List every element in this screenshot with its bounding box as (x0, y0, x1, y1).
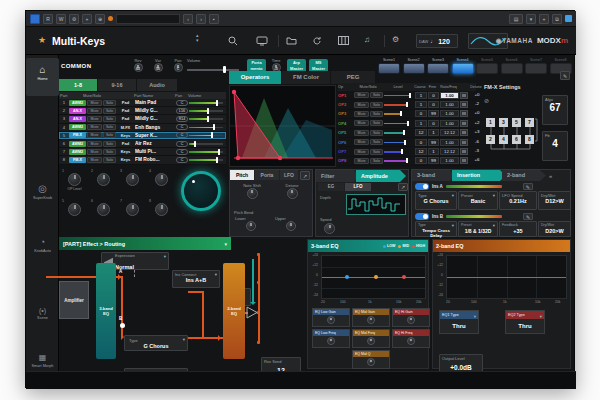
solo-button[interactable]: Solo (103, 149, 116, 155)
op-fine-value[interactable]: 0 (428, 92, 439, 99)
eq3-graph[interactable] (321, 255, 426, 299)
scene-pad[interactable] (378, 63, 400, 74)
op-coarse-value[interactable]: 0 (415, 157, 427, 164)
assignable-knob[interactable] (126, 203, 139, 216)
pitch-bend-upper[interactable]: Upper (273, 216, 311, 236)
gear-icon[interactable]: ⚙ (69, 14, 79, 24)
eq3-routing-block[interactable]: 3-band EQ (96, 263, 116, 359)
op-ratio-value[interactable]: 1.00 (440, 157, 459, 164)
jump-icon[interactable]: ↗ (300, 171, 310, 180)
part-row[interactable]: 8 FM-X Mute Solo Keys FM Robo... C (59, 156, 226, 164)
op-display-badge[interactable] (460, 129, 468, 136)
mute-button[interactable]: Mute (87, 149, 102, 155)
part-name[interactable]: Super K... (135, 133, 175, 138)
op-coarse-value[interactable]: 0 (415, 110, 427, 117)
ins-b-drywet[interactable]: Dry/WetD20>W (538, 221, 571, 237)
op-solo-button[interactable]: Solo (370, 139, 383, 145)
assignable-knob[interactable] (155, 203, 168, 216)
part-row[interactable]: 4 AWM2 Mute Solo M.FX Enh Bangs C (59, 124, 226, 132)
algorithm-box[interactable]: Algo 67 (542, 95, 568, 125)
assignable-knob[interactable] (155, 173, 168, 186)
eq-knob[interactable] (327, 337, 335, 345)
mute-button[interactable]: Mute (87, 124, 102, 130)
assignable-knob[interactable] (97, 173, 110, 186)
op-mute-button[interactable]: Mute (354, 120, 369, 126)
op-solo-button[interactable]: Solo (370, 130, 383, 136)
pan-knob[interactable]: C (176, 132, 188, 138)
operator-row[interactable]: OP4 Mute Solo 1 0 1.00 +2 (338, 119, 476, 128)
eq-knob-box[interactable]: EQ Mid Freq (352, 329, 390, 348)
eq-knob[interactable] (367, 358, 375, 366)
solo-button[interactable]: Solo (103, 132, 116, 138)
tab-3band[interactable]: 3-band (412, 170, 456, 181)
sidebar-item-home[interactable]: ⌂Home (26, 58, 59, 96)
eq1-type-select[interactable]: EQ1 Type▾ Thru (439, 310, 479, 334)
preset-menu-icon[interactable]: ▪ (209, 14, 219, 24)
op-solo-button[interactable]: Solo (370, 111, 383, 117)
op-fine-value[interactable]: 1 (428, 129, 439, 136)
eq2-graph[interactable] (446, 255, 567, 299)
op-level-slider[interactable] (384, 120, 414, 126)
op-level-slider[interactable] (384, 111, 414, 117)
note-shift-field[interactable]: Note Shift (233, 183, 271, 207)
op-ratio-value[interactable]: 1.00 (440, 92, 459, 99)
scene-button[interactable]: Scene2 (403, 57, 425, 74)
mute-button[interactable]: Mute (87, 100, 102, 106)
super-knob[interactable] (181, 171, 221, 211)
tab-amp-lfo[interactable]: LFO (345, 183, 371, 191)
op-ratio-value[interactable]: 1.00 (440, 101, 459, 108)
ins-a-preset[interactable]: PresetBasic▾ (458, 191, 498, 210)
tab-parts-9-16[interactable]: 9-16 (98, 79, 136, 91)
tab-filter[interactable]: Filter (316, 170, 360, 182)
ins-a-type[interactable]: TypeG Chorus▾ (415, 191, 457, 210)
eq-knob[interactable] (367, 337, 375, 345)
assignable-knob[interactable] (68, 173, 81, 186)
pan-knob[interactable]: C (176, 141, 188, 147)
search-icon[interactable] (228, 36, 238, 49)
detune-field[interactable]: Detune (273, 183, 311, 207)
scene-button[interactable]: Scene1 (378, 57, 400, 74)
solo-button[interactable]: Solo (103, 116, 116, 122)
op-ratio-value[interactable]: 12.12 (440, 129, 459, 136)
op-level-slider[interactable] (384, 92, 414, 98)
ins-b-feedback[interactable]: Feedback+35 (499, 221, 537, 237)
volume-slider[interactable] (189, 156, 223, 163)
op-mute-button[interactable]: Mute (354, 102, 369, 108)
sidebar-item-scene[interactable]: (•)Scene (26, 307, 59, 321)
ins-b-preset[interactable]: Preset1/8 & 1/32D▾ (458, 221, 498, 237)
folder-icon[interactable] (286, 36, 297, 48)
eq-hi-handle[interactable] (402, 275, 406, 279)
op-mute-button[interactable]: Mute (354, 111, 369, 117)
volume-slider[interactable] (189, 132, 223, 139)
solo-button[interactable]: Solo (103, 108, 116, 114)
op-level-slider[interactable] (384, 130, 414, 136)
op-solo-button[interactable]: Solo (370, 102, 383, 108)
scene-button[interactable]: Scene3 (427, 57, 449, 74)
op-mute-button[interactable]: Mute (354, 149, 369, 155)
preset-prev-icon[interactable]: ‹ (183, 14, 193, 24)
daw-tempo-box[interactable]: DAW ♩ 120 (416, 34, 458, 48)
tab-pitch[interactable]: Pitch (230, 170, 254, 180)
volume-slider[interactable] (189, 148, 223, 155)
refresh-icon[interactable] (312, 36, 322, 49)
tab-amplitude[interactable]: Amplitude (356, 170, 406, 182)
eq-knob-box[interactable]: EQ Low Freq (312, 329, 350, 348)
part-name[interactable]: Mildly G... (135, 108, 175, 113)
tab-operators[interactable]: Operators (229, 71, 281, 84)
edit-icon[interactable]: ✎ (560, 71, 570, 80)
pan-knob[interactable]: L16 (176, 108, 188, 114)
op-ratio-value[interactable]: 1.00 (440, 120, 459, 127)
op-ratio-value[interactable]: 1.00 (440, 139, 459, 146)
read-automation-button[interactable]: R (43, 14, 53, 24)
music-notes-icon[interactable]: ♫ (364, 35, 370, 45)
eq-low-handle[interactable] (345, 275, 349, 279)
sidebar-item-knobauto[interactable]: ◔KnobAuto (26, 237, 59, 254)
tab-eg[interactable]: EG (318, 183, 344, 191)
assignable-knob[interactable] (68, 203, 81, 216)
link-icon[interactable]: ⧉ (552, 14, 562, 24)
eq-knob-box[interactable]: EQ Hi Freq (392, 329, 430, 348)
operator-row[interactable]: OP7 Mute Solo 12 1 12.12 -3 (338, 147, 476, 156)
op-solo-button[interactable]: Solo (370, 158, 383, 164)
ins-connect-select[interactable]: Ins ConnectIns A+B▾ (172, 270, 220, 288)
op-mute-button[interactable]: Mute (354, 130, 369, 136)
